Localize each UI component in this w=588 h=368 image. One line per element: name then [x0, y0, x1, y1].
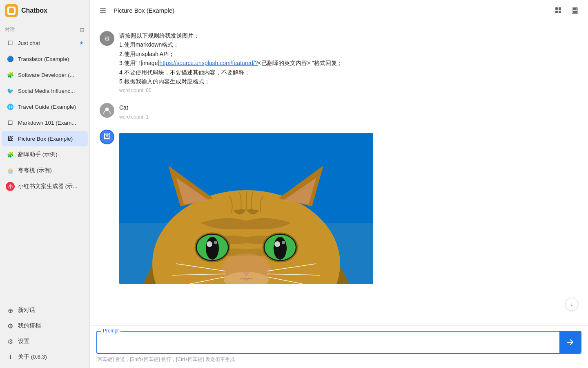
- svg-point-24: [274, 237, 287, 260]
- praise-icon: 🧁: [6, 166, 15, 175]
- topbar: ☰ Picture Box (Example): [90, 0, 588, 21]
- input-area: Prompt [回车键] 发送，[Shift+回车键] 换行，[Ctrl+回车键…: [90, 325, 588, 368]
- svg-point-18: [206, 237, 219, 260]
- sidebar-item-just-chat[interactable]: ☐ Just chat ★: [2, 35, 88, 51]
- sidebar-item-label: Picture Box (Example): [18, 136, 84, 142]
- sidebar-item-trans-cn[interactable]: 🧩 翻译助手 (示例): [2, 147, 88, 162]
- sidebar-item-software-dev[interactable]: 🧩 Software Developer (...: [2, 67, 88, 83]
- sidebar-item-xiaohong[interactable]: 小 小红书文案生成器 (示...: [2, 179, 88, 194]
- profile-icon: ⚙: [6, 321, 15, 330]
- hamburger-icon: ☰: [100, 6, 106, 15]
- message-row: Cat word count: 1: [100, 103, 578, 119]
- message-content: Cat word count: 1: [119, 103, 487, 119]
- prompt-wrapper: Prompt: [96, 331, 581, 354]
- bot-avatar: 🖼: [100, 130, 114, 144]
- about-button[interactable]: ℹ 关于 (0.6.3): [2, 349, 88, 365]
- my-profile-button[interactable]: ⚙ 我的搭档: [2, 318, 88, 334]
- message-row: 🖼: [100, 130, 578, 284]
- app-logo: [5, 4, 18, 17]
- page-title: Picture Box (Example): [114, 7, 552, 14]
- sidebar-item-label: Just chat: [18, 40, 79, 46]
- plus-icon: ⊕: [6, 306, 15, 315]
- sidebar-item-label: Software Developer (...: [18, 72, 84, 78]
- send-button[interactable]: [559, 332, 581, 353]
- send-icon: [566, 338, 574, 346]
- prompt-label: Prompt: [101, 328, 120, 334]
- sidebar-item-travel-guide[interactable]: 🌐 Travel Guide (Example): [2, 99, 88, 114]
- message-row: ⚙ 请按照以下规则给我发送图片： 1.使用markdown格式； 2.使用uns…: [100, 31, 578, 93]
- social-media-icon: 🐦: [6, 86, 15, 95]
- unsplash-link[interactable]: https://source.unsplash.com/featured/?: [159, 60, 258, 66]
- sidebar-item-label: Markdown 101 (Exam...: [18, 120, 84, 126]
- grid-icon: [555, 7, 562, 14]
- sidebar-footer: ⊕ 新对话 ⚙ 我的搭档 ⚙ 设置 ℹ 关于 (0.6.3): [0, 299, 89, 368]
- new-chat-button[interactable]: ⊕ 新对话: [2, 303, 88, 318]
- info-icon: ℹ: [6, 352, 15, 361]
- cat-image-svg: [119, 133, 373, 284]
- about-label: 关于 (0.6.3): [18, 353, 47, 361]
- new-chat-label: 新对话: [18, 307, 35, 314]
- message-content: 请按照以下规则给我发送图片： 1.使用markdown格式； 2.使用unspl…: [119, 31, 487, 93]
- message-text: 请按照以下规则给我发送图片： 1.使用markdown格式； 2.使用unspl…: [119, 31, 487, 86]
- word-count-1: word count: 80: [119, 88, 487, 93]
- svg-point-19: [207, 241, 212, 247]
- scroll-down-icon: ↓: [570, 301, 573, 308]
- bot-avatar-icon: 🖼: [103, 132, 111, 141]
- svg-point-26: [282, 241, 285, 244]
- conversations-label: 对话: [5, 26, 15, 33]
- sidebar-item-translator[interactable]: 🔵 Translator (Example): [2, 51, 88, 67]
- xiaohong-icon: 小: [6, 182, 15, 191]
- sidebar-item-label: 翻译助手 (示例): [18, 151, 84, 158]
- picture-box-icon: 🖼: [6, 134, 15, 143]
- sidebar-section: 对话 ⊟: [0, 21, 89, 35]
- user-avatar: [100, 103, 114, 118]
- message-text-user: Cat: [119, 103, 487, 112]
- svg-rect-5: [573, 8, 577, 10]
- svg-rect-2: [555, 11, 558, 13]
- markdown-icon: ☐: [6, 118, 15, 127]
- sidebar-item-label: Travel Guide (Example): [18, 104, 84, 110]
- sidebar-collapse-btn[interactable]: ⊟: [80, 27, 85, 33]
- sidebar: Chatbox 对话 ⊟ ☐ Just chat ★ 🔵 Translator …: [0, 0, 90, 368]
- sidebar-item-label: 小红书文案生成器 (示...: [18, 183, 84, 190]
- settings-icon: ⚙: [6, 337, 15, 346]
- scroll-to-bottom-button[interactable]: ↓: [565, 298, 578, 311]
- prompt-input[interactable]: [97, 332, 559, 352]
- input-hint: [回车键] 发送，[Shift+回车键] 换行，[Ctrl+回车键] 发送但不生…: [96, 356, 581, 363]
- svg-point-25: [274, 241, 280, 247]
- my-profile-label: 我的搭档: [18, 322, 41, 330]
- user-avatar-icon: [103, 106, 111, 114]
- save-action-button[interactable]: [568, 4, 581, 17]
- sidebar-header: Chatbox: [0, 0, 89, 21]
- message-content-bot: [119, 130, 487, 284]
- word-count-2: word count: 1: [119, 114, 487, 120]
- settings-label: 设置: [18, 338, 29, 345]
- sidebar-nav: ☐ Just chat ★ 🔵 Translator (Example) 🧩 S…: [0, 35, 89, 299]
- sidebar-item-label: Translator (Example): [18, 56, 84, 62]
- settings-button[interactable]: ⚙ 设置: [2, 334, 88, 349]
- topbar-actions: [552, 4, 581, 17]
- svg-rect-0: [555, 7, 558, 10]
- svg-point-20: [214, 241, 217, 244]
- save-icon: [571, 7, 579, 14]
- trans-cn-icon: 🧩: [6, 150, 15, 159]
- chat-icon: ☐: [6, 38, 15, 47]
- svg-rect-3: [559, 11, 561, 13]
- sidebar-item-praise[interactable]: 🧁 夸夸机 (示例): [2, 163, 88, 178]
- sidebar-item-markdown-101[interactable]: ☐ Markdown 101 (Exam...: [2, 115, 88, 130]
- grid-action-button[interactable]: [552, 4, 565, 17]
- travel-guide-icon: 🌐: [6, 102, 15, 111]
- menu-button[interactable]: ☰: [96, 4, 109, 17]
- software-dev-icon: 🧩: [6, 70, 15, 79]
- cat-image: [119, 133, 373, 284]
- app-title: Chatbox: [21, 7, 47, 14]
- translator-icon: 🔵: [6, 54, 15, 63]
- sidebar-item-picture-box[interactable]: 🖼 Picture Box (Example): [2, 131, 88, 146]
- svg-rect-1: [559, 7, 561, 10]
- svg-rect-6: [573, 11, 577, 13]
- sidebar-item-social-media[interactable]: 🐦 Social Media Influenc...: [2, 83, 88, 99]
- sidebar-item-label: 夸夸机 (示例): [18, 167, 84, 174]
- system-avatar-icon: ⚙: [104, 35, 110, 43]
- chat-area[interactable]: ⚙ 请按照以下规则给我发送图片： 1.使用markdown格式； 2.使用uns…: [90, 21, 588, 325]
- system-avatar: ⚙: [100, 31, 114, 46]
